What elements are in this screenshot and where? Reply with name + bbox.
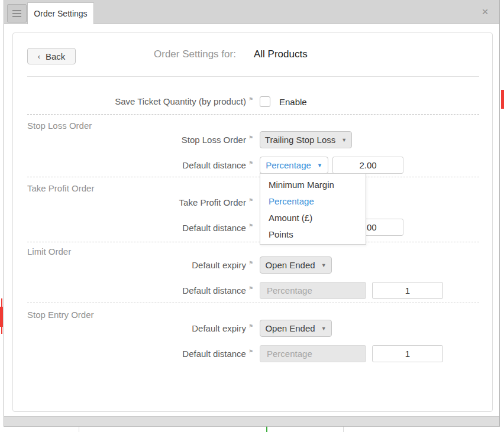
option-minimum-margin[interactable]: Minimum Margin [260,177,366,193]
stop-entry-distance-unit-disabled: Percentage [260,345,366,362]
page-title: Order Settings for: [154,48,236,60]
limit-distance-label: Default distance⚑ [27,285,253,295]
tooltip-flag-icon: ⚑ [248,197,253,203]
tooltip-flag-icon: ⚑ [248,285,253,291]
background-green-line [266,427,267,432]
stop-entry-expiry-dropdown[interactable]: Open Ended ▼ [260,320,332,337]
limit-expiry-value: Open Ended [265,260,315,270]
back-chevron-icon: ‹ [38,52,40,61]
separator-dashed [27,242,479,242]
chevron-down-icon: ▼ [341,137,347,143]
stop-loss-distance-label: Default distance⚑ [27,160,253,170]
section-title-stop-loss: Stop Loss Order [27,121,92,131]
option-points[interactable]: Points [260,226,366,243]
separator-dashed [27,114,479,115]
take-profit-type-label: Take Profit Order⚑ [27,197,253,207]
option-amount[interactable]: Amount (£) [260,210,366,226]
stop-entry-distance-input[interactable] [372,345,443,362]
background-candle-body [0,307,3,327]
stop-loss-distance-input[interactable] [332,157,403,174]
chevron-down-icon: ▼ [321,262,327,268]
stop-loss-distance-unit-value: Percentage [266,160,311,170]
stop-entry-expiry-value: Open Ended [265,323,315,333]
option-percentage[interactable]: Percentage [260,193,366,210]
stop-loss-distance-unit-dropdown[interactable]: Percentage ▼ [260,157,328,174]
separator-dashed [27,177,479,177]
section-title-limit: Limit Order [27,246,71,256]
limit-expiry-label: Default expiry⚑ [27,260,253,270]
distance-unit-option-list: Minimum Margin Percentage Amount (£) Poi… [260,173,366,245]
limit-distance-input[interactable] [372,282,443,299]
back-button-label: Back [46,51,65,61]
hamburger-icon [12,10,21,17]
order-settings-dialog: Order Settings × ‹ Back Order Settings f… [4,0,500,427]
background-grid-line [79,427,79,432]
section-title-stop-entry: Stop Entry Order [27,310,94,320]
stop-entry-distance-label: Default distance⚑ [27,349,253,359]
background-grid-line [343,427,344,432]
stop-entry-expiry-label: Default expiry⚑ [27,323,253,333]
settings-panel: ‹ Back Order Settings for: All Products … [12,33,493,412]
chevron-down-icon: ▼ [317,163,322,168]
save-ticket-checkbox[interactable] [260,96,270,107]
section-title-take-profit: Take Profit Order [27,183,94,193]
separator [27,76,479,77]
tooltip-flag-icon: ⚑ [248,260,253,266]
page-scope: All Products [254,48,308,60]
tab-label: Order Settings [34,9,87,18]
separator-dashed [27,303,479,303]
close-button[interactable]: × [478,5,492,19]
background-red-bar [501,90,504,109]
dialog-titlebar: Order Settings × [4,0,499,24]
tooltip-flag-icon: ⚑ [248,96,253,102]
limit-expiry-dropdown[interactable]: Open Ended ▼ [260,256,332,274]
dialog-bottom-bar [4,416,499,426]
stop-loss-type-value: Trailing Stop Loss [265,135,336,145]
tooltip-flag-icon: ⚑ [248,223,253,229]
tooltip-flag-icon: ⚑ [248,349,253,355]
menu-button[interactable] [7,4,27,22]
tab-order-settings[interactable]: Order Settings [27,2,94,24]
stop-loss-type-label: Stop Loss Order⚑ [27,135,253,145]
stop-loss-type-dropdown[interactable]: Trailing Stop Loss ▼ [260,131,352,148]
back-button[interactable]: ‹ Back [27,48,76,64]
tooltip-flag-icon: ⚑ [248,160,253,166]
tooltip-flag-icon: ⚑ [248,135,253,141]
close-icon: × [482,5,488,18]
save-ticket-label: Save Ticket Quantity (by product)⚑ [27,96,253,106]
chevron-down-icon: ▼ [321,326,327,332]
take-profit-distance-label: Default distance⚑ [27,223,253,233]
tooltip-flag-icon: ⚑ [248,323,253,329]
enable-label: Enable [279,97,307,107]
limit-distance-unit-disabled: Percentage [260,282,366,299]
